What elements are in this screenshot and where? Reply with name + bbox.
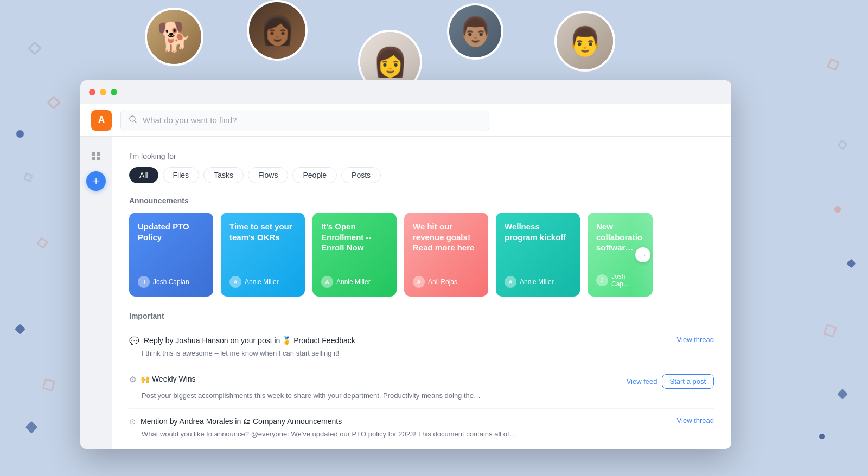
item-reply-actions: View thread <box>677 336 714 344</box>
filter-pills: All Files Tasks Flows People Posts <box>129 167 714 183</box>
logo-letter: A <box>98 114 105 126</box>
traffic-light-red[interactable] <box>89 89 95 95</box>
item-weekly-title: 🙌 Weekly Wins <box>141 374 196 385</box>
announcement-card-collab[interactable]: New collaboratio softwar… J Josh Cap… → <box>588 213 653 297</box>
ann-author-enroll: A Annie Miller <box>321 276 388 288</box>
start-post-button[interactable]: Start a post <box>662 374 714 389</box>
pill-flows[interactable]: Flows <box>248 167 289 183</box>
fab-plus-icon: + <box>93 175 99 188</box>
ann-author-pto: J Josh Caplan <box>138 276 205 288</box>
avatar-woman1: 👩🏾 <box>247 0 308 61</box>
item-mention-title: Mention by Andrea Morales in 🗂 Company A… <box>141 416 342 427</box>
announcement-card-okr[interactable]: Time to set your team's OKRs A Annie Mil… <box>221 213 305 297</box>
pill-posts[interactable]: Posts <box>341 167 381 183</box>
filter-label: I'm looking for <box>129 152 714 160</box>
item-mention-title-row: ⊙ Mention by Andrea Morales in 🗂 Company… <box>129 416 677 427</box>
traffic-light-green[interactable] <box>111 89 117 95</box>
ann-avatar-revenue: A <box>413 276 425 288</box>
ann-title-pto: Updated PTO Policy <box>138 221 205 242</box>
svg-rect-3 <box>97 152 100 156</box>
ann-author-revenue: A Anil Rojas <box>413 276 480 288</box>
item-mention-header: ⊙ Mention by Andrea Morales in 🗂 Company… <box>129 416 714 427</box>
fab-add-button[interactable]: + <box>86 171 106 191</box>
ann-title-revenue: We hit our revenue goals! Read more here <box>413 221 480 253</box>
svg-rect-4 <box>92 157 95 160</box>
sidebar: + <box>80 137 112 449</box>
traffic-light-yellow[interactable] <box>100 89 106 95</box>
mention-icon: ⊙ <box>129 417 136 427</box>
svg-line-1 <box>135 120 137 123</box>
search-bar[interactable]: What do you want to find? <box>120 110 489 131</box>
ann-title-wellness: Wellness program kickoff <box>505 221 571 242</box>
avatar-man1: 👨🏽 <box>447 3 503 60</box>
filter-section: I'm looking for All Files Tasks Flows Pe… <box>129 152 714 183</box>
next-arrow-button[interactable]: → <box>635 247 650 262</box>
item-reply-title: Reply by Joshua Hanson on your post in 🥇… <box>144 336 355 346</box>
weekly-icon: ⚙ <box>129 375 136 384</box>
view-thread-link-1[interactable]: View thread <box>677 336 714 344</box>
reply-icon: 💬 <box>129 336 139 346</box>
view-thread-link-2[interactable]: View thread <box>677 416 714 424</box>
item-weekly-actions: View feed Start a post <box>627 374 714 389</box>
item-reply-text: I think this is awesome – let me know wh… <box>129 349 714 358</box>
app-logo[interactable]: A <box>91 110 112 131</box>
announcement-card-pto[interactable]: Updated PTO Policy J Josh Caplan <box>129 213 213 297</box>
ann-title-okr: Time to set your team's OKRs <box>229 221 296 242</box>
ann-author-wellness: A Annie Miller <box>505 276 571 288</box>
pill-files[interactable]: Files <box>163 167 200 183</box>
svg-rect-2 <box>92 152 95 156</box>
sidebar-grid-icon[interactable] <box>87 147 105 165</box>
item-mention-actions: View thread <box>677 416 714 424</box>
announcements-label: Announcements <box>129 196 714 205</box>
app-window: A What do you want to find? + <box>80 80 731 449</box>
item-mention-text: What would you like to announce? @everyo… <box>129 429 714 439</box>
view-feed-link[interactable]: View feed <box>627 377 658 385</box>
important-label: Important <box>129 312 714 320</box>
search-icon <box>129 115 137 126</box>
svg-rect-5 <box>97 157 100 160</box>
announcement-card-wellness[interactable]: Wellness program kickoff A Annie Miller <box>496 213 580 297</box>
item-reply-title-row: 💬 Reply by Joshua Hanson on your post in… <box>129 336 677 346</box>
ann-avatar-pto: J <box>138 276 150 288</box>
pill-tasks[interactable]: Tasks <box>203 167 244 183</box>
ann-avatar-wellness: A <box>505 276 516 288</box>
avatar-dog: 🐕 <box>145 8 203 66</box>
ann-avatar-collab: J <box>596 274 608 286</box>
next-arrow-overlay: → <box>631 213 653 297</box>
announcements-cards: Updated PTO Policy J Josh Caplan Time to… <box>129 213 714 297</box>
important-section: Important 💬 Reply by Joshua Hanson on yo… <box>129 312 714 447</box>
ann-avatar-enroll: A <box>321 276 333 288</box>
ann-title-enroll: It's Open Enrollment -- Enroll Now <box>321 221 388 253</box>
announcement-card-enroll[interactable]: It's Open Enrollment -- Enroll Now A Ann… <box>312 213 397 297</box>
important-item-mention: ⊙ Mention by Andrea Morales in 🗂 Company… <box>129 409 714 447</box>
pill-people[interactable]: People <box>292 167 337 183</box>
item-weekly-text: Post your biggest accomplishments this w… <box>129 391 714 401</box>
important-item-reply: 💬 Reply by Joshua Hanson on your post in… <box>129 328 714 366</box>
important-item-weekly: ⚙ 🙌 Weekly Wins View feed Start a post P… <box>129 366 714 409</box>
search-placeholder-text: What do you want to find? <box>143 115 237 125</box>
announcements-section: Announcements Updated PTO Policy J Josh … <box>129 196 714 297</box>
pill-all[interactable]: All <box>129 167 158 183</box>
item-reply-header: 💬 Reply by Joshua Hanson on your post in… <box>129 336 714 346</box>
announcement-card-revenue[interactable]: We hit our revenue goals! Read more here… <box>404 213 488 297</box>
ann-author-okr: A Annie Miller <box>229 276 296 288</box>
item-weekly-header: ⚙ 🙌 Weekly Wins View feed Start a post <box>129 374 714 389</box>
ann-avatar-okr: A <box>229 276 241 288</box>
item-weekly-title-row: ⚙ 🙌 Weekly Wins <box>129 374 627 385</box>
main-content: I'm looking for All Files Tasks Flows Pe… <box>112 137 731 449</box>
avatar-man2: 👨 <box>554 11 615 72</box>
title-bar <box>80 80 731 104</box>
app-header: A What do you want to find? <box>80 104 731 137</box>
